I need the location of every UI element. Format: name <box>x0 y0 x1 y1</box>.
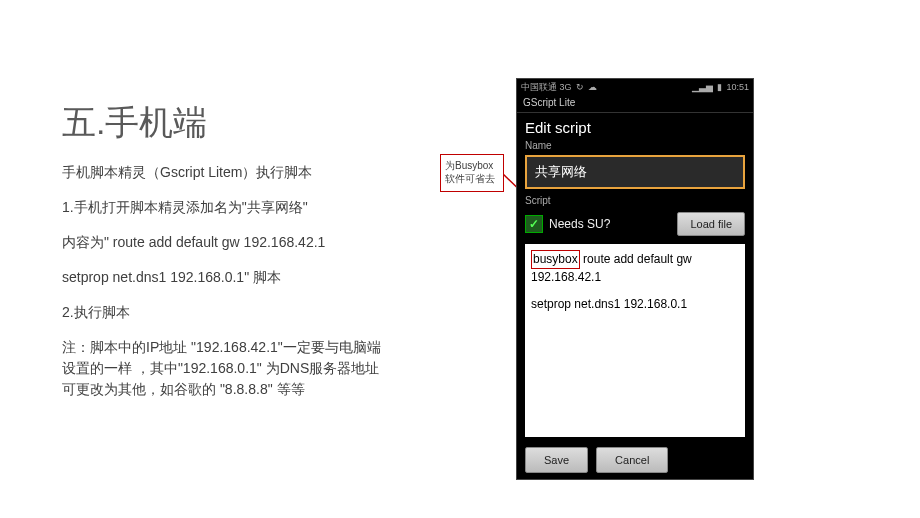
status-left: 中国联通 3G ↻ ☁ <box>521 81 597 94</box>
status-right: ▁▃▅ ▮ 10:51 <box>692 82 749 92</box>
sync-icon: ↻ <box>576 82 584 92</box>
script-label: Script <box>517 193 753 208</box>
checkbox-icon: ✓ <box>525 215 543 233</box>
callout-text: 为Busybox软件可省去 <box>445 160 495 184</box>
save-button[interactable]: Save <box>525 447 588 473</box>
script-line-1: busybox route add default gw 192.168.42.… <box>531 250 739 286</box>
script-line-2: setprop net.dns1 192.168.0.1 <box>531 296 739 313</box>
needs-su-label: Needs SU? <box>549 217 610 231</box>
load-file-button[interactable]: Load file <box>677 212 745 236</box>
phone-screenshot: 中国联通 3G ↻ ☁ ▁▃▅ ▮ 10:51 GScript Lite Edi… <box>516 78 754 480</box>
signal-icon: ▁▃▅ <box>692 82 713 92</box>
battery-icon: ▮ <box>717 82 722 92</box>
carrier-text: 中国联通 3G <box>521 81 572 94</box>
needs-su-checkbox-wrap[interactable]: ✓ Needs SU? <box>525 215 610 233</box>
bottom-buttons: Save Cancel <box>517 441 753 479</box>
busybox-highlight: busybox <box>531 250 580 269</box>
cloud-icon: ☁ <box>588 82 597 92</box>
page-title: 五.手机端 <box>62 100 392 146</box>
paragraph-intro: 手机脚本精灵（Gscript Litem）执行脚本 <box>62 162 392 183</box>
paragraph-step2: 2.执行脚本 <box>62 302 392 323</box>
cancel-button[interactable]: Cancel <box>596 447 668 473</box>
app-title: GScript Lite <box>517 95 753 113</box>
clock-text: 10:51 <box>726 82 749 92</box>
screen-title: Edit script <box>517 113 753 138</box>
paragraph-note: 注：脚本中的IP地址 "192.168.42.1"一定要与电脑端设置的一样 ，其… <box>62 337 392 400</box>
script-textarea[interactable]: busybox route add default gw 192.168.42.… <box>525 244 745 437</box>
checkmark-icon: ✓ <box>529 217 539 231</box>
status-bar: 中国联通 3G ↻ ☁ ▁▃▅ ▮ 10:51 <box>517 79 753 95</box>
options-row: ✓ Needs SU? Load file <box>525 212 745 236</box>
name-input[interactable]: 共享网络 <box>525 155 745 189</box>
left-text-column: 五.手机端 手机脚本精灵（Gscript Litem）执行脚本 1.手机打开脚本… <box>62 100 392 414</box>
name-label: Name <box>517 138 753 153</box>
callout-box: 为Busybox软件可省去 <box>440 154 504 192</box>
paragraph-content1: 内容为" route add default gw 192.168.42.1 <box>62 232 392 253</box>
paragraph-step1: 1.手机打开脚本精灵添加名为"共享网络" <box>62 197 392 218</box>
paragraph-content2: setprop net.dns1 192.168.0.1" 脚本 <box>62 267 392 288</box>
